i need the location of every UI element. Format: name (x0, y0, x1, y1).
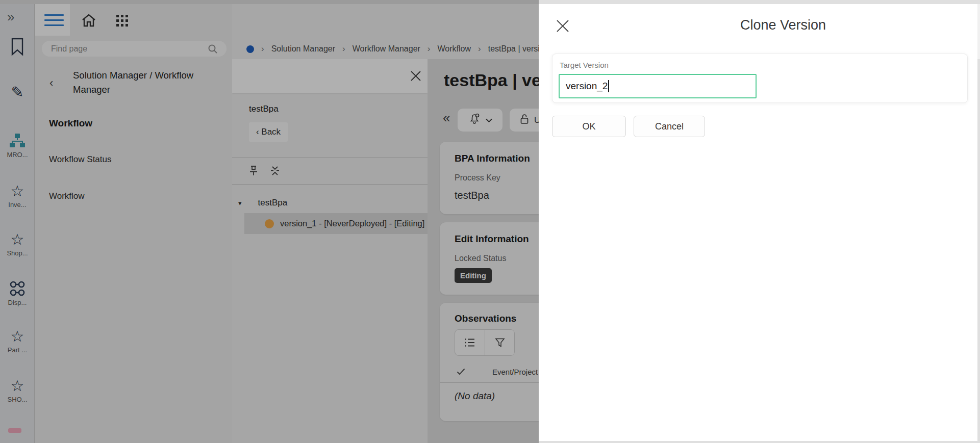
target-version-label: Target Version (560, 61, 609, 69)
text-caret (608, 80, 609, 92)
target-version-value: version_2 (566, 81, 608, 92)
modal-dim-overlay[interactable] (0, 0, 539, 443)
clone-version-dialog: Clone Version Target Version version_2 O… (539, 4, 977, 441)
cancel-button[interactable]: Cancel (634, 116, 705, 137)
target-version-input[interactable]: version_2 (559, 74, 757, 98)
app-window: » ✎ MRO... ☆ Inve... (0, 0, 980, 443)
ok-button[interactable]: OK (552, 116, 626, 137)
target-version-field-card: Target Version version_2 (552, 54, 968, 103)
dialog-title: Clone Version (539, 17, 977, 33)
